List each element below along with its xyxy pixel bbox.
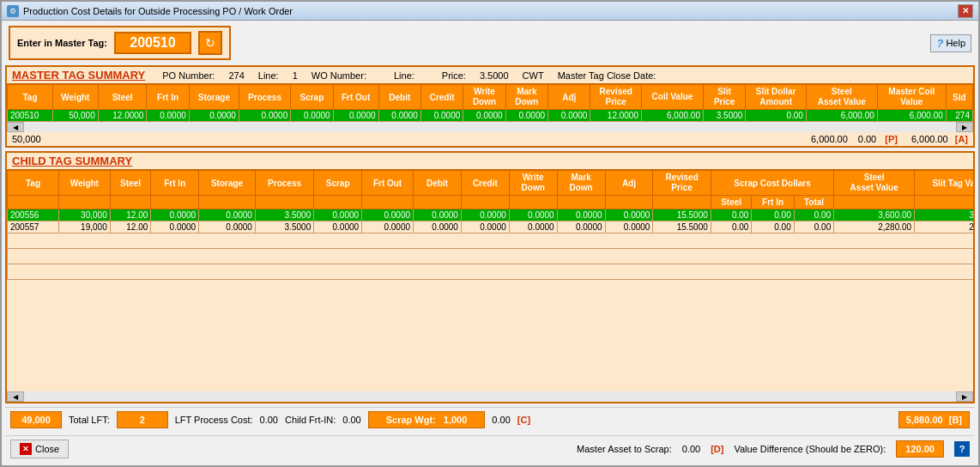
scroll-right-child[interactable]: ▶ [956, 391, 973, 402]
child-sub-scrap [314, 196, 362, 209]
master-summary-master-coil: 6,000.00 [911, 134, 948, 144]
child-cell-steel: 12.00 [110, 221, 151, 234]
child-cell-frt-in: 0.0000 [151, 221, 199, 234]
child-table-header: Tag Weight Steel Frt In Storage Process … [8, 171, 974, 196]
cell-slit-dollar: 0.00 [746, 110, 807, 122]
master-tag-input[interactable] [114, 32, 191, 54]
child-sub-steel [110, 196, 151, 209]
cell-master-coil: 6,000.00 [877, 110, 946, 122]
col-frt-in: Frt In [147, 85, 189, 110]
cell-storage: 0.0000 [189, 110, 239, 122]
child-sub-write-down [509, 196, 557, 209]
child-sub-frt-in [151, 196, 199, 209]
col-scrap: Scrap [291, 85, 333, 110]
child-col-frt-in: Frt In [151, 171, 199, 196]
child-cell-debit: 0.0000 [414, 209, 462, 221]
master-asset-value: 0.00 [682, 444, 700, 454]
help-button[interactable]: ? Help [930, 34, 971, 52]
close-date-label: Master Tag Close Date: [558, 70, 656, 81]
child-col-mark-down: MarkDown [557, 171, 605, 196]
total-lft-label: Total LFT: [69, 415, 110, 425]
col-steel: Steel [98, 85, 147, 110]
master-table-header: Tag Weight Steel Frt In Storage Process … [8, 85, 973, 110]
cell-scrap: 0.0000 [291, 110, 333, 122]
child-cell-mark-down: 0.0000 [557, 221, 605, 234]
child-cell-write-down: 0.0000 [509, 209, 557, 221]
col-mark-down: MarkDown [505, 85, 547, 110]
child-col-write-down: WriteDown [509, 171, 557, 196]
child-cell-tag: 200556 [8, 209, 59, 221]
po-value: 274 [228, 70, 244, 81]
scroll-right-master[interactable]: ▶ [956, 122, 973, 132]
child-col-tag: Tag [8, 171, 59, 196]
price-value: 3.5000 [480, 70, 509, 81]
child-cell-revised-price: 15.5000 [653, 221, 711, 234]
diff-value-display: 120.00 [896, 440, 944, 458]
enter-label: Enter in Master Tag: [17, 38, 107, 48]
child-cell-frt-out: 0.0000 [362, 221, 414, 234]
child-header: CHILD TAG SUMMARY [7, 153, 973, 170]
cell-credit: 0.0000 [420, 110, 463, 122]
child-cell-credit: 0.0000 [461, 221, 509, 234]
child-title: CHILD TAG SUMMARY [12, 155, 132, 167]
master-table-container: Tag Weight Steel Frt In Storage Process … [7, 84, 973, 122]
col-sid: Sid [946, 85, 972, 110]
col-debit: Debit [378, 85, 420, 110]
d-label: [D] [711, 444, 723, 454]
child-cell-slit-tag: 3,600.00 [915, 209, 973, 221]
child-sub-scrap-steel: Steel [711, 196, 752, 209]
child-col-slit-tag: Slit Tag Value [915, 171, 973, 196]
child-sub-scrap-frt: Frt In [752, 196, 794, 209]
master-summary-weight: 50,000 [12, 134, 41, 144]
col-coil-value: Coil Value [641, 85, 703, 110]
child-cell-steel: 12.00 [110, 209, 151, 221]
question-button[interactable]: ? [954, 441, 970, 457]
col-slit-price: SlitPrice [703, 85, 745, 110]
cell-frt-out: 0.0000 [333, 110, 378, 122]
cell-mark-down: 0.0000 [505, 110, 547, 122]
empty-row [8, 249, 974, 264]
cell-steel-asset: 6,000.00 [806, 110, 877, 122]
line2-label: Line: [394, 70, 414, 81]
child-cell-scrap-frt: 0.00 [752, 209, 794, 221]
col-tag: Tag [8, 85, 53, 110]
child-col-debit: Debit [414, 171, 462, 196]
c-label: [C] [517, 415, 530, 425]
child-cell-credit: 0.0000 [461, 209, 509, 221]
refresh-button[interactable]: ↻ [198, 31, 222, 55]
master-summary-coil: 6,000.00 [811, 134, 848, 144]
child-cell-scrap-steel: 0.00 [711, 209, 752, 221]
child-cell-revised-price: 15.5000 [653, 209, 711, 221]
table-row[interactable]: 200510 50,000 12.0000 0.0000 0.0000 0.00… [8, 110, 973, 122]
scroll-left-master[interactable]: ◀ [7, 122, 24, 132]
child-cell-frt-out: 0.0000 [362, 209, 414, 221]
child-sub-process [255, 196, 313, 209]
bottom-bar: 49,000 Total LFT: 2 LFT Process Cost: 0.… [5, 407, 975, 432]
child-table-row[interactable]: 200557 19,000 12.00 0.0000 0.0000 3.5000… [8, 221, 974, 234]
cell-coil-value: 6,000.00 [641, 110, 703, 122]
empty-row [8, 264, 974, 280]
child-cell-scrap: 0.0000 [314, 221, 362, 234]
window-close-button[interactable]: ✕ [958, 4, 973, 18]
title-bar: ⚙ Production Cost Details for Outside Pr… [2, 2, 978, 21]
child-sub-debit [414, 196, 462, 209]
scroll-left-child[interactable]: ◀ [7, 391, 24, 402]
child-table-row[interactable]: 200556 30,000 12.00 0.0000 0.0000 3.5000… [8, 209, 974, 221]
child-cell-write-down: 0.0000 [509, 221, 557, 234]
child-cell-adj: 0.0000 [605, 209, 653, 221]
close-button[interactable]: ✕ Close [10, 440, 69, 458]
master-header: MASTER TAG SUMMARY PO Number: 274 Line: … [7, 67, 973, 84]
process-cost-label: LFT Process Cost: [175, 415, 253, 425]
child-cell-mark-down: 0.0000 [557, 209, 605, 221]
col-process: Process [239, 85, 290, 110]
price-unit: CWT [523, 70, 544, 81]
child-cell-slit-tag: 2,280.00 [915, 221, 973, 234]
child-frt-label: Child Frt-IN: [285, 415, 336, 425]
cell-write-down: 0.0000 [463, 110, 505, 122]
child-table-container[interactable]: Tag Weight Steel Frt In Storage Process … [7, 170, 973, 391]
a-label: [A] [955, 134, 968, 144]
child-sub-adj [605, 196, 653, 209]
c-value: 0.00 [492, 415, 510, 425]
col-frt-out: Frt Out [333, 85, 378, 110]
child-cell-scrap-steel: 0.00 [711, 221, 752, 234]
